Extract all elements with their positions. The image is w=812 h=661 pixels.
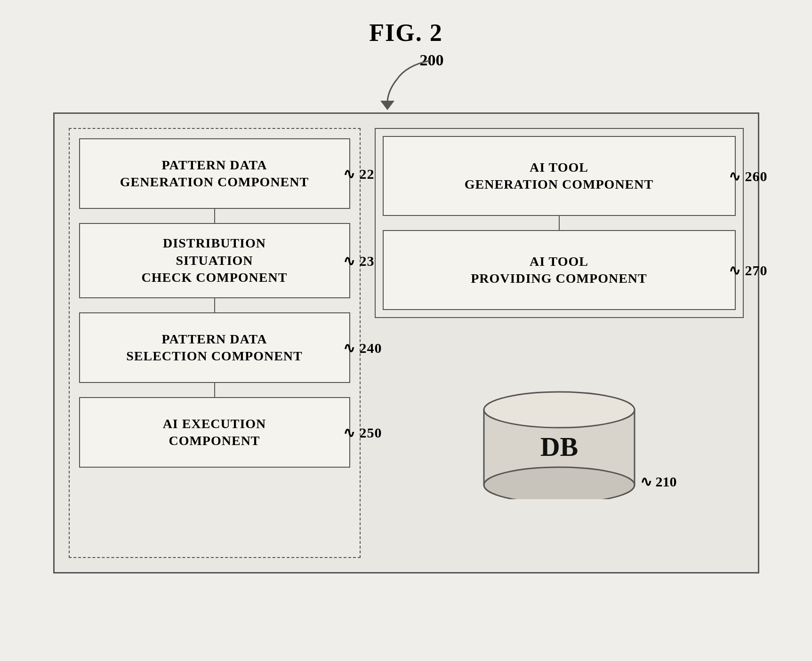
- svg-point-2: [484, 467, 635, 499]
- ai-execution-label: AI EXECUTIONCOMPONENT: [163, 415, 266, 450]
- connector-220-230: [79, 209, 350, 223]
- connector-line-2: [214, 298, 215, 312]
- distribution-situation-label: DISTRIBUTIONSITUATIONCHECK COMPONENT: [142, 235, 288, 286]
- right-section: AI TOOLGENERATION COMPONENT ∿ 260 AI TOO…: [375, 128, 744, 558]
- connector-line-3: [214, 383, 215, 397]
- ref-210-tilde: ∿: [640, 474, 652, 489]
- db-cylinder: DB ∿ 210: [479, 386, 639, 499]
- connector-230-240: [79, 298, 350, 312]
- figure-title: FIG. 2: [369, 19, 442, 47]
- db-area: DB ∿ 210: [375, 327, 744, 558]
- ref-230-tilde: ∿: [343, 253, 355, 269]
- ref-260: ∿ 260: [729, 167, 768, 185]
- ref-210: ∿ 210: [640, 473, 677, 490]
- connector-line: [214, 209, 215, 223]
- db-svg: DB: [479, 386, 639, 499]
- svg-marker-0: [380, 101, 394, 110]
- right-upper-box: AI TOOLGENERATION COMPONENT ∿ 260 AI TOO…: [375, 128, 744, 318]
- main-arrow: [359, 56, 453, 112]
- pattern-data-sel-label: PATTERN DATASELECTION COMPONENT: [126, 331, 303, 365]
- ai-tool-generation-component: AI TOOLGENERATION COMPONENT ∿ 260: [383, 136, 736, 216]
- ref-260-tilde: ∿: [729, 168, 741, 184]
- main-outer-box: PATTERN DATAGENERATION COMPONENT ∿ 220 D…: [53, 112, 759, 573]
- ref-240-tilde: ∿: [343, 340, 355, 356]
- left-dashed-section: PATTERN DATAGENERATION COMPONENT ∿ 220 D…: [69, 128, 361, 558]
- distribution-situation-check-component: DISTRIBUTIONSITUATIONCHECK COMPONENT ∿ 2…: [79, 223, 350, 298]
- ai-execution-component: AI EXECUTIONCOMPONENT ∿ 250: [79, 397, 350, 468]
- connector-240-250: [79, 383, 350, 397]
- pattern-data-generation-component: PATTERN DATAGENERATION COMPONENT ∿ 220: [79, 138, 350, 209]
- page: FIG. 2 200 PATTERN DATAGENERATION COMPON…: [0, 0, 812, 661]
- connector-260-270: [383, 216, 736, 230]
- figure-ref-area: 200: [359, 51, 453, 112]
- svg-point-3: [484, 392, 635, 428]
- ai-tool-gen-label: AI TOOLGENERATION COMPONENT: [465, 159, 653, 193]
- svg-text:DB: DB: [540, 431, 578, 462]
- ref-270-tilde: ∿: [729, 263, 741, 278]
- ref-270: ∿ 270: [729, 261, 768, 279]
- ai-tool-providing-component: AI TOOLPROVIDING COMPONENT ∿ 270: [383, 230, 736, 310]
- ai-tool-providing-label: AI TOOLPROVIDING COMPONENT: [471, 253, 647, 287]
- pattern-data-gen-label: PATTERN DATAGENERATION COMPONENT: [120, 157, 309, 191]
- ref-220-tilde: ∿: [343, 166, 355, 182]
- right-connector-line: [559, 216, 560, 230]
- ref-250-tilde: ∿: [343, 425, 355, 440]
- pattern-data-selection-component: PATTERN DATASELECTION COMPONENT ∿ 240: [79, 312, 350, 383]
